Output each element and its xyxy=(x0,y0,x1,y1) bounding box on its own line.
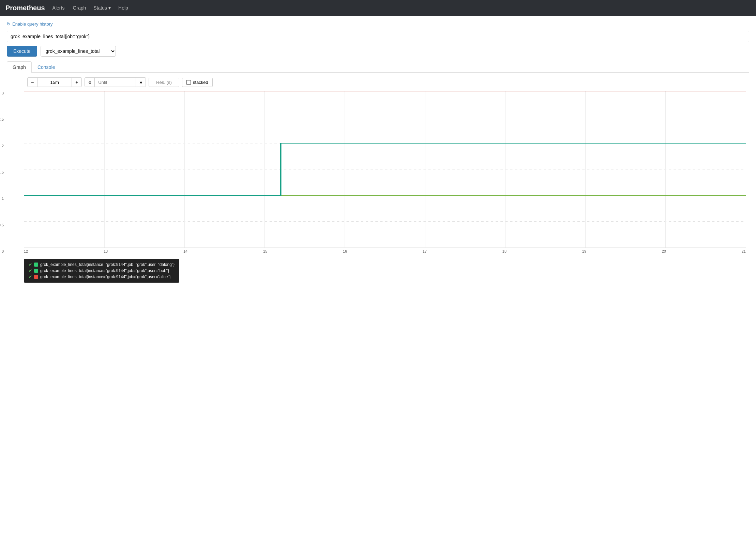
stacked-label: stacked xyxy=(193,80,208,85)
until-input[interactable] xyxy=(95,78,136,87)
time-minus-button[interactable]: − xyxy=(28,78,37,87)
graph-console-tabs: Graph Console xyxy=(7,61,749,73)
enable-query-history-link[interactable]: ↻ Enable query history xyxy=(7,21,53,27)
legend-label-bob: grok_example_lines_total{instance="grok:… xyxy=(40,268,169,273)
legend-item-alice: ✔ grok_example_lines_total{instance="gro… xyxy=(29,274,175,279)
time-plus-button[interactable]: + xyxy=(72,78,81,87)
legend-check-bob: ✔ xyxy=(29,268,32,273)
nav-alerts[interactable]: Alerts xyxy=(52,4,65,12)
y-label-3: 3 xyxy=(0,91,5,95)
x-label-17: 17 xyxy=(423,249,427,253)
query-history-icon: ↻ xyxy=(7,21,11,27)
legend-check-dalong: ✔ xyxy=(29,262,32,267)
metric-select[interactable]: grok_example_lines_total up scrape_durat… xyxy=(41,46,116,57)
x-label-21: 21 xyxy=(742,249,746,253)
graph-toolbar: − + « » stacked xyxy=(7,77,749,87)
query-input[interactable] xyxy=(7,31,749,42)
nav-status-dropdown[interactable]: Status ▾ xyxy=(93,5,111,11)
nav-status-label: Status xyxy=(93,5,107,11)
x-axis: 12 13 14 15 16 17 18 19 20 21 xyxy=(24,248,746,253)
legend-color-dalong xyxy=(34,263,38,267)
y-label-0: 0 xyxy=(0,249,5,253)
status-chevron-icon: ▾ xyxy=(108,5,111,11)
x-label-18: 18 xyxy=(502,249,506,253)
legend-item-bob: ✔ grok_example_lines_total{instance="gro… xyxy=(29,268,175,273)
nav-help[interactable]: Help xyxy=(118,4,129,12)
main-content: ↻ Enable query history Execute grok_exam… xyxy=(0,16,756,288)
chart-svg xyxy=(24,91,746,248)
y-label-25: 2.5 xyxy=(0,117,5,121)
legend-label-alice: grok_example_lines_total{instance="grok:… xyxy=(40,274,171,279)
legend-item-dalong: ✔ grok_example_lines_total{instance="gro… xyxy=(29,262,175,267)
next-button[interactable]: » xyxy=(136,78,146,87)
y-label-1: 1 xyxy=(0,196,5,200)
navbar: Prometheus Alerts Graph Status ▾ Help xyxy=(0,0,756,16)
x-label-20: 20 xyxy=(662,249,666,253)
resolution-input[interactable] xyxy=(149,78,179,87)
chart-wrapper: 0 0.5 1 1.5 2 2.5 3 xyxy=(7,91,749,253)
x-label-12: 12 xyxy=(24,249,28,253)
stacked-button[interactable]: stacked xyxy=(182,78,213,87)
legend-color-alice xyxy=(34,275,38,279)
y-axis: 0 0.5 1 1.5 2 2.5 3 xyxy=(0,91,5,253)
prev-button[interactable]: « xyxy=(85,78,95,87)
y-label-15: 1.5 xyxy=(0,170,5,174)
brand-logo[interactable]: Prometheus xyxy=(5,4,45,12)
x-label-14: 14 xyxy=(183,249,187,253)
query-history-label: Enable query history xyxy=(12,21,53,27)
until-group: « » xyxy=(85,77,146,87)
tab-console[interactable]: Console xyxy=(32,61,61,73)
legend-label-dalong: grok_example_lines_total{instance="grok:… xyxy=(40,262,175,267)
tab-console-label: Console xyxy=(37,64,55,70)
stacked-checkbox xyxy=(186,80,191,85)
tab-graph-label: Graph xyxy=(13,64,26,70)
tab-graph[interactable]: Graph xyxy=(7,61,32,73)
time-range-input[interactable] xyxy=(37,78,72,87)
legend-color-bob xyxy=(34,269,38,273)
controls-row: Execute grok_example_lines_total up scra… xyxy=(7,46,749,57)
x-label-15: 15 xyxy=(263,249,267,253)
x-label-13: 13 xyxy=(104,249,108,253)
legend: ✔ grok_example_lines_total{instance="gro… xyxy=(24,259,179,283)
y-label-05: 0.5 xyxy=(0,223,5,227)
x-label-16: 16 xyxy=(343,249,347,253)
nav-graph[interactable]: Graph xyxy=(72,4,87,12)
y-label-2: 2 xyxy=(0,144,5,148)
execute-button[interactable]: Execute xyxy=(7,46,37,57)
chart-container xyxy=(24,91,746,248)
time-range-group: − + xyxy=(27,77,82,87)
legend-check-alice: ✔ xyxy=(29,274,32,279)
x-label-19: 19 xyxy=(582,249,586,253)
